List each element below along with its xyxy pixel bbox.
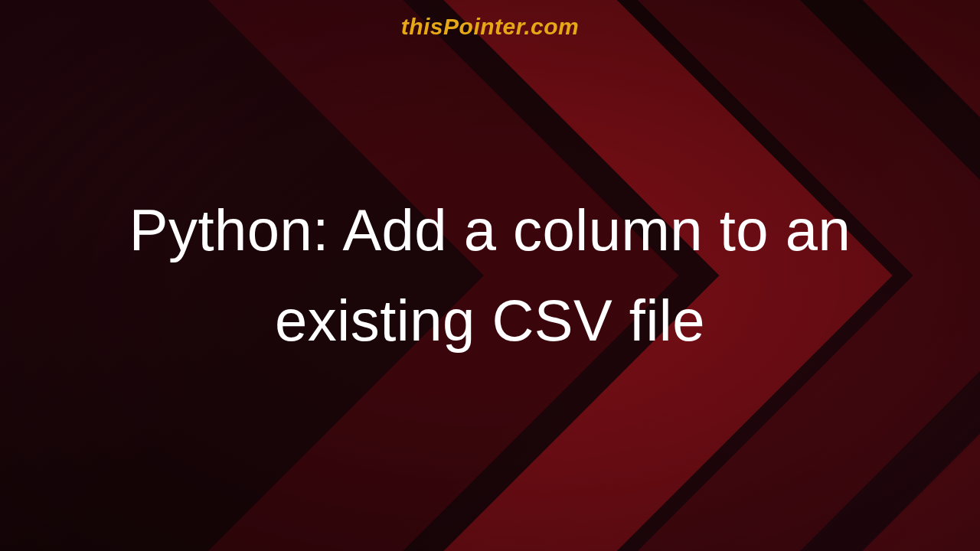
title-container: Python: Add a column to an existing CSV …	[0, 0, 980, 551]
article-title: Python: Add a column to an existing CSV …	[46, 185, 934, 366]
